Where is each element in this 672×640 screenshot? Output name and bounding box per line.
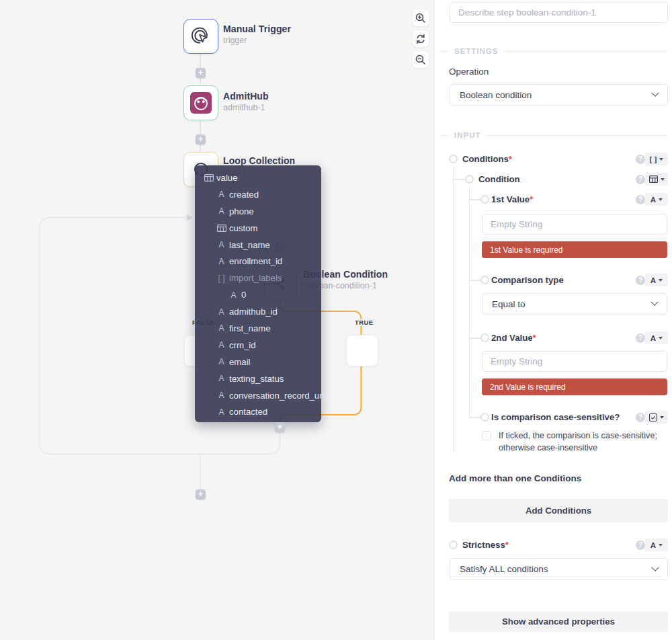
dropdown-item[interactable]: value [195, 169, 321, 186]
dropdown-item[interactable]: Aemail [195, 354, 321, 370]
zoom-in-icon [415, 12, 427, 24]
dropdown-item-label: conversation_record_url [229, 391, 324, 401]
dropdown-item[interactable]: Afirst_name [195, 320, 321, 337]
comparison-type-radio[interactable] [480, 276, 489, 284]
chevron-down-icon [651, 563, 659, 571]
add-step-button[interactable]: + [196, 489, 206, 499]
string-type-icon: A [216, 391, 227, 400]
conditions-help-icon[interactable]: ? [636, 155, 645, 164]
dropdown-item[interactable]: custom [195, 220, 321, 237]
dropdown-item[interactable]: Acontacted [195, 403, 321, 420]
required-asterisk: * [533, 333, 536, 343]
tree-guide-line [469, 186, 470, 417]
first-value-input[interactable] [482, 214, 667, 235]
add-step-button[interactable]: + [196, 68, 206, 78]
dropdown-item[interactable]: Aphone [195, 203, 321, 220]
zoom-out-button[interactable] [412, 50, 429, 69]
section-rule [487, 135, 668, 136]
tree-guide-dash [469, 199, 480, 200]
comparison-type-help-icon[interactable]: ? [636, 276, 645, 285]
add-step-button[interactable]: + [275, 422, 285, 432]
comparison-type-type-button[interactable]: A [645, 274, 668, 286]
case-sensitive-help-icon[interactable]: ? [636, 413, 645, 422]
string-type-icon: A [216, 257, 227, 266]
dropdown-item[interactable]: Aenrollment_id [195, 253, 321, 270]
comparison-type-select[interactable]: Equal to [482, 293, 667, 315]
settings-section-header: SETTINGS [439, 46, 667, 56]
first-value-type-button[interactable]: A [645, 193, 668, 206]
table-type-icon [203, 174, 214, 182]
boolean-type-icon [649, 413, 657, 422]
show-advanced-properties-button[interactable]: Show advanced properties [449, 611, 668, 632]
caret-down-icon [659, 279, 663, 282]
add-step-button[interactable]: + [196, 134, 206, 145]
dropdown-item[interactable]: Alast_name [195, 237, 321, 253]
describe-step-input[interactable] [450, 2, 668, 23]
canvas-toolbar [412, 9, 429, 71]
second-value-input[interactable] [482, 351, 667, 372]
workflow-canvas[interactable]: Manual Trigger trigger AdmitHub admithub… [0, 0, 433, 640]
first-value-help-icon[interactable]: ? [636, 195, 645, 204]
string-type-icon: A [650, 334, 656, 342]
dropdown-item[interactable]: Atexting_status [195, 370, 321, 387]
string-type-icon: A [650, 541, 656, 549]
strictness-select[interactable]: Satisfy ALL conditions [450, 558, 668, 580]
caret-down-icon [659, 337, 663, 339]
conditions-radio[interactable] [449, 155, 458, 163]
second-value-label: 2nd Value* [491, 331, 536, 345]
case-sensitive-type-button[interactable] [645, 411, 668, 424]
second-value-type-button[interactable]: A [645, 331, 668, 344]
dropdown-item[interactable]: [ ]import_labels [195, 270, 321, 286]
dropdown-list: valueAcreatedAphonecustomAlast_nameAenro… [195, 169, 321, 420]
dropdown-item-label: texting_status [229, 374, 284, 384]
case-sensitive-radio[interactable] [480, 413, 489, 422]
zoom-in-button[interactable] [412, 9, 429, 27]
caret-down-icon [661, 178, 665, 181]
condition-help-icon[interactable]: ? [636, 175, 645, 184]
tree-guide-dash [453, 179, 465, 180]
case-sensitive-help-text: If ticked, the comparison is case-sensit… [499, 430, 668, 454]
string-type-icon: A [650, 196, 656, 204]
dropdown-item[interactable]: Aconversation_record_url [195, 387, 321, 404]
add-conditions-button[interactable]: Add Conditions [449, 499, 668, 522]
section-rule [439, 51, 449, 52]
operation-select-value: Boolean condition [460, 90, 532, 100]
condition-radio[interactable] [465, 175, 474, 184]
string-type-icon: A [216, 190, 227, 199]
dropdown-item-label: contacted [229, 407, 267, 417]
dropdown-item[interactable]: Acrm_id [195, 337, 321, 354]
case-sensitive-checkbox[interactable] [482, 431, 491, 440]
strictness-help-icon[interactable]: ? [636, 541, 645, 550]
node-title: Manual Trigger [223, 24, 291, 34]
node-manual-trigger[interactable] [183, 19, 218, 54]
dropdown-item[interactable]: Aadmithub_id [195, 303, 321, 320]
add-more-conditions-label: Add more than one Conditions [449, 472, 581, 485]
zoom-out-icon [415, 54, 427, 66]
tree-guide-dash [469, 280, 480, 281]
dropdown-item[interactable]: Acreated [195, 186, 321, 203]
strictness-radio[interactable] [449, 541, 458, 549]
section-rule [504, 51, 667, 52]
string-type-icon: A [216, 407, 227, 417]
operation-select[interactable]: Boolean condition [450, 84, 668, 106]
reset-zoom-button[interactable] [412, 30, 429, 48]
second-value-radio[interactable] [480, 333, 489, 342]
second-value-help-icon[interactable]: ? [636, 333, 645, 343]
conditions-label: Conditions* [462, 153, 512, 166]
condition-type-button[interactable] [645, 173, 668, 186]
dropdown-item-label: value [216, 173, 238, 183]
string-type-icon: A [216, 206, 227, 216]
node-admithub[interactable] [183, 85, 218, 120]
strictness-type-button[interactable]: A [645, 538, 668, 551]
loop-entry-arrowhead [187, 214, 193, 221]
dropdown-item[interactable]: A0 [195, 286, 321, 303]
case-sensitive-label: Is comparison case-sensitive? [491, 411, 620, 424]
conditions-type-button[interactable]: [ ] [645, 153, 668, 165]
first-value-radio[interactable] [480, 195, 489, 204]
node-subtitle: trigger [223, 36, 291, 45]
string-type-icon: A [216, 357, 227, 366]
manual-trigger-icon [191, 26, 211, 46]
true-branch-node[interactable] [346, 335, 378, 366]
input-section-header: INPUT [439, 130, 667, 140]
dropdown-item-label: import_labels [229, 273, 282, 283]
